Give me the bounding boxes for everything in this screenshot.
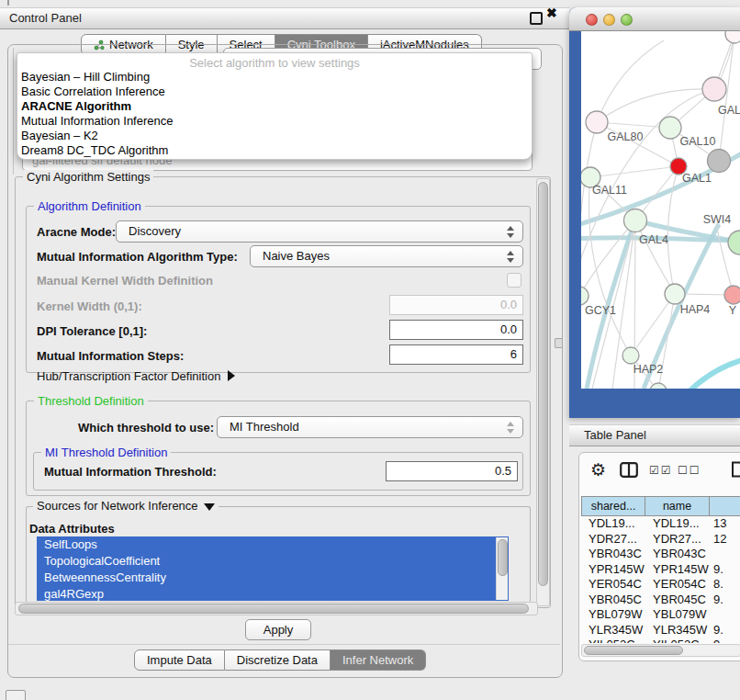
scrollbar-thumb[interactable] (538, 182, 548, 586)
network-node[interactable] (708, 150, 731, 173)
table-cell: YLR345W (581, 623, 645, 638)
settings-horizontal-scrollbar[interactable] (15, 602, 538, 615)
data-attributes-list[interactable]: SelfLoopsTopologicalCoefficientBetweenne… (37, 536, 509, 601)
scrollbar-thumb[interactable] (584, 646, 683, 655)
network-node[interactable] (725, 31, 740, 43)
algorithm-option-aracne-algorithm[interactable]: ARACNE Algorithm (19, 99, 530, 114)
network-edge[interactable] (690, 358, 740, 389)
attribute-item-gal4rgexp[interactable]: gal4RGexp (37, 586, 509, 601)
mi-threshold-field[interactable]: 0.5 (386, 461, 518, 481)
table-row[interactable]: YBL079WYBL079W (581, 607, 740, 623)
network-canvas[interactable]: GALGAL80GAL10GAL1GAL11GAL4SWI4GCY1HAP4YH… (581, 31, 740, 389)
table-horizontal-scrollbar[interactable] (581, 644, 740, 657)
close-traffic-light-icon[interactable] (586, 14, 598, 26)
table-cell: YLR345W (645, 623, 710, 638)
zoom-traffic-light-icon[interactable] (621, 14, 633, 26)
attribute-item-topologicalcoefficient[interactable]: TopologicalCoefficient (37, 553, 509, 570)
select-all-checks-icon[interactable]: ☑☑ (649, 464, 673, 477)
float-window-icon[interactable] (530, 12, 543, 25)
tab-impute-data[interactable]: Impute Data (134, 649, 225, 671)
network-edge[interactable] (581, 220, 635, 296)
manual-kernel-checkbox[interactable] (507, 273, 521, 288)
column-header-shared[interactable]: shared... (581, 496, 645, 516)
network-node[interactable] (586, 111, 608, 133)
attribute-item-betweennesscentrality[interactable]: BetweennessCentrality (37, 570, 509, 586)
table-row[interactable]: YER054CYER054C8. (581, 577, 740, 593)
table-cell: YDR27... (581, 532, 645, 548)
kernel-width-label: Kernel Width (0,1): (37, 299, 142, 313)
which-threshold-combo[interactable]: MI Threshold (217, 416, 523, 438)
network-node-label: GAL (718, 104, 740, 117)
attribute-item-selfloops[interactable]: SelfLoops (37, 536, 509, 553)
network-node[interactable] (728, 231, 740, 254)
dpi-tolerance-field[interactable]: 0.0 (389, 320, 523, 340)
network-node[interactable] (581, 287, 589, 305)
table-cell: YBL079W (581, 607, 645, 623)
tab-infer-network[interactable]: Infer Network (331, 649, 426, 671)
network-node[interactable] (624, 209, 647, 232)
table-row[interactable]: YIL052CYIL052C9 (581, 638, 740, 643)
list-scrollbar[interactable] (496, 537, 508, 600)
which-threshold-value: MI Threshold (230, 420, 299, 434)
table-row[interactable]: YLR345WYLR345W9. (581, 623, 740, 638)
settings-gear-icon[interactable]: ⚙ (590, 461, 606, 479)
node-table: shared...name YDL19...YDL19...13YDR27...… (581, 496, 740, 643)
application-window: Control Panel ✖ NetworkStyleSelectCyni T… (0, 0, 740, 700)
scrollbar-thumb[interactable] (18, 604, 529, 614)
table-row[interactable]: YDL19...YDL19...13 (581, 516, 740, 532)
network-edge[interactable] (597, 40, 664, 122)
network-window-titlebar[interactable] (569, 7, 740, 31)
settings-vertical-scrollbar[interactable] (536, 178, 550, 606)
tab-label: Infer Network (342, 650, 413, 670)
network-node[interactable] (665, 284, 685, 304)
mi-steps-field[interactable]: 6 (389, 344, 523, 365)
table-panel-titlebar: Table Panel (569, 424, 740, 446)
algorithm-option-bayesian-k2[interactable]: Bayesian – K2 (19, 129, 530, 143)
table-cell: YBR045C (581, 593, 645, 608)
network-node-label: GAL80 (608, 130, 644, 143)
corner-widget-icon[interactable] (6, 690, 26, 700)
network-node[interactable] (622, 347, 639, 364)
table-row[interactable]: YDR27...YDR27...12 (581, 532, 740, 548)
network-node[interactable] (659, 117, 681, 139)
mi-type-label: Mutual Information Algorithm Type: (37, 250, 238, 264)
algorithm-option-dream8-dc-tdc-algorithm[interactable]: Dream8 DC_TDC Algorithm (19, 143, 530, 158)
expand-right-icon (228, 370, 235, 381)
table-row[interactable]: YBR045CYBR045C9. (581, 593, 740, 608)
network-node[interactable] (702, 77, 726, 101)
network-edge[interactable] (590, 166, 678, 177)
network-edge[interactable] (597, 89, 714, 122)
minimize-traffic-light-icon[interactable] (603, 14, 615, 26)
deselect-all-checks-icon[interactable]: ☐☐ (678, 464, 701, 477)
algorithm-option-basic-correlation-inference[interactable]: Basic Correlation Inference (19, 85, 530, 99)
table-cell (710, 607, 740, 623)
algorithm-option-bayesian-hill-climbing[interactable]: Bayesian – Hill Climbing (19, 70, 530, 85)
column-header-clipped[interactable] (710, 496, 740, 516)
mi-type-combo[interactable]: Naive Bayes (250, 245, 523, 267)
splitter-handle[interactable] (555, 338, 563, 348)
close-icon[interactable]: ✖ (546, 6, 557, 20)
kernel-width-field[interactable]: 0.0 (389, 295, 523, 315)
table-row[interactable]: YBR043CYBR043C (581, 547, 740, 562)
apply-button[interactable]: Apply (245, 619, 311, 640)
table-cell: 9 (710, 638, 740, 643)
dpi-tolerance-label: DPI Tolerance [0,1]: (37, 324, 147, 338)
network-node[interactable] (724, 286, 740, 304)
column-view-icon[interactable] (620, 462, 638, 480)
aracne-mode-combo[interactable]: Discovery (116, 220, 523, 243)
hub-definition-expander[interactable]: Hub/Transcription Factor Definition (37, 369, 235, 383)
table-row[interactable]: YPR145WYPR145W9. (581, 562, 740, 578)
panel-divider (8, 644, 560, 645)
cyni-group-title: Cyni Algorithm Settings (23, 170, 153, 184)
column-header-name[interactable]: name (645, 496, 710, 516)
control-panel-title: Control Panel (0, 11, 82, 25)
algorithm-option-mutual-information-inference[interactable]: Mutual Information Inference (19, 114, 530, 129)
table-cell: YER054C (645, 577, 710, 593)
scrollbar-thumb[interactable] (498, 539, 508, 576)
sources-title-row[interactable]: Sources for Network Inference (33, 499, 219, 513)
table-panel: ⚙ ☑☑ ☐☐ shared...name YDL19...YDL19...13… (578, 452, 740, 661)
data-attributes-label: Data Attributes (29, 522, 115, 536)
new-table-icon[interactable] (731, 461, 740, 480)
tab-discretize-data[interactable]: Discretize Data (225, 649, 331, 671)
network-edge[interactable] (589, 177, 631, 356)
